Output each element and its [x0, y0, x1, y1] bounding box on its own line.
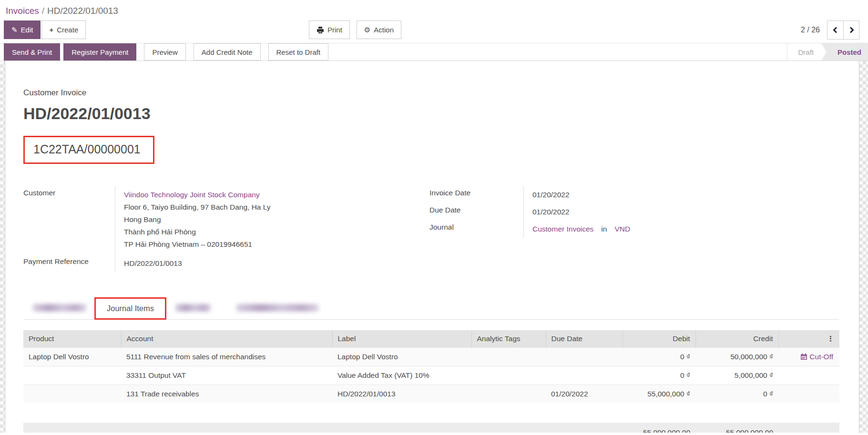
tab-blurred-1[interactable]	[27, 297, 92, 318]
breadcrumb-current-record: HD/2022/01/0013	[47, 6, 118, 16]
table-row[interactable]: 131 Trade receivables HD/2022/01/0013 01…	[23, 384, 839, 403]
cell-analytic-tags	[471, 366, 546, 384]
printer-icon	[317, 26, 324, 34]
blurred-label	[175, 304, 211, 312]
payment-reference-label: Payment Reference	[23, 255, 115, 272]
breadcrumb-separator: /	[42, 6, 44, 16]
fields-right-group: Invoice Date 01/20/2022 Due Date 01/20/2…	[429, 186, 839, 272]
customer-link[interactable]: Viindoo Technology Joint Stock Company	[124, 191, 260, 199]
state-draft[interactable]: Draft	[787, 43, 821, 61]
pager-buttons	[827, 20, 859, 40]
cell-account: 5111 Revenue from sales of merchandises	[121, 347, 332, 366]
customer-label: Customer	[23, 186, 115, 255]
column-header-product[interactable]: Product	[23, 330, 121, 347]
transparency-checker-left	[0, 61, 5, 433]
cell-product: Laptop Dell Vostro	[23, 347, 121, 366]
status-bar-buttons: Send & Print Register Payment Preview Ad…	[4, 43, 328, 61]
cell-debit: 0 ₫	[623, 366, 695, 384]
blurred-label	[33, 304, 86, 312]
payment-reference-value: HD/2022/01/0013	[115, 255, 429, 272]
cell-label: HD/2022/01/0013	[332, 384, 471, 403]
add-credit-note-button[interactable]: Add Credit Note	[194, 43, 261, 61]
chevron-left-icon	[832, 27, 838, 33]
journal-value: Customer InvoicesinVND	[523, 221, 839, 238]
invoice-fields: Customer Viindoo Technology Joint Stock …	[23, 186, 839, 272]
calendar-icon	[800, 353, 807, 360]
currency-link[interactable]: VND	[614, 225, 630, 233]
cell-analytic-tags	[471, 347, 546, 366]
invoice-form-sheet: Customer Invoice HD/2022/01/0013 1C22TAA…	[5, 61, 859, 433]
preview-button[interactable]: Preview	[144, 43, 185, 61]
pager-next-button[interactable]	[843, 21, 859, 39]
print-button[interactable]: Print	[309, 20, 350, 39]
tab-blurred-3[interactable]	[227, 297, 327, 318]
column-header-due-date[interactable]: Due Date	[546, 330, 623, 347]
table-row[interactable]: 33311 Output VAT Value Added Tax (VAT) 1…	[23, 366, 839, 384]
customer-address-line: TP Hải Phòng Vietnam – 02019946651	[124, 240, 252, 248]
invoice-type-label: Customer Invoice	[23, 88, 839, 98]
pencil-icon: ✎	[11, 25, 18, 34]
due-date-value: 01/20/2022	[523, 203, 839, 221]
cell-due-date	[546, 347, 623, 366]
state-posted-active[interactable]: Posted	[821, 43, 868, 61]
fields-left-group: Customer Viindoo Technology Joint Stock …	[23, 186, 429, 272]
column-header-credit[interactable]: Credit	[695, 330, 778, 347]
cell-debit: 55,000,000 ₫	[623, 384, 695, 403]
journal-label: Journal	[429, 221, 523, 238]
journal-items-table: Product Account Label Analytic Tags Due …	[23, 330, 839, 403]
tab-journal-items: Journal Items	[107, 304, 154, 313]
register-payment-button[interactable]: Register Payment	[63, 43, 136, 61]
breadcrumb: Invoices/HD/2022/01/0013	[0, 0, 868, 16]
pager-previous-button[interactable]	[827, 21, 843, 39]
tax-invoice-number: 1C22TAA/00000001	[33, 142, 141, 156]
table-row[interactable]: Laptop Dell Vostro 5111 Revenue from sal…	[23, 347, 839, 366]
journal-link[interactable]: Customer Invoices	[532, 225, 593, 233]
customer-value: Viindoo Technology Joint Stock Company F…	[115, 186, 429, 255]
action-button[interactable]: ⚙ Action	[357, 20, 401, 39]
cell-credit: 0 ₫	[695, 384, 778, 403]
cell-label: Value Added Tax (VAT) 10%	[332, 366, 471, 384]
status-bar: Send & Print Register Payment Preview Ad…	[0, 43, 868, 61]
column-header-account[interactable]: Account	[121, 330, 332, 347]
tax-invoice-number-annotation-box: 1C22TAA/00000001	[23, 136, 154, 164]
edit-button[interactable]: ✎ Edit	[4, 20, 41, 39]
create-button[interactable]: + Create	[41, 20, 86, 39]
journal-connector: in	[601, 225, 607, 233]
cell-label: Laptop Dell Vostro	[332, 347, 471, 366]
record-actions: Print ⚙ Action	[309, 20, 401, 39]
transparency-checker-right	[859, 61, 868, 433]
chevron-right-icon	[848, 27, 855, 33]
cell-debit: 0 ₫	[623, 347, 695, 366]
edit-create-group: ✎ Edit + Create	[4, 20, 86, 39]
breadcrumb-invoices-link[interactable]: Invoices	[6, 6, 39, 16]
sheet-area: Customer Invoice HD/2022/01/0013 1C22TAA…	[0, 61, 868, 433]
blurred-label	[236, 304, 318, 312]
cell-credit: 50,000,000 ₫	[695, 347, 778, 366]
notebook-tabs: Journal Items	[23, 296, 839, 320]
gear-icon: ⚙	[364, 25, 370, 34]
invoice-date-value: 01/20/2022	[523, 186, 839, 203]
cell-account: 33311 Output VAT	[121, 366, 332, 384]
pager-counter: 2 / 26	[801, 26, 820, 34]
cell-product	[23, 384, 121, 403]
column-options-icon[interactable]: ⋮	[778, 330, 839, 347]
reset-to-draft-button[interactable]: Reset to Draft	[268, 43, 329, 61]
cell-analytic-tags	[471, 384, 546, 403]
cell-due-date	[546, 366, 623, 384]
totals-row: 55,000,000.00 55,000,000.00	[23, 423, 839, 433]
tab-blurred-2[interactable]	[169, 297, 217, 318]
plus-icon: +	[49, 25, 53, 34]
send-and-print-button[interactable]: Send & Print	[4, 43, 60, 61]
tab-journal-items-annotation-box[interactable]: Journal Items	[94, 297, 166, 320]
column-header-label[interactable]: Label	[332, 330, 471, 347]
pager: 2 / 26	[801, 20, 859, 40]
cut-off-button[interactable]: Cut-Off	[784, 353, 834, 361]
column-header-debit[interactable]: Debit	[623, 330, 695, 347]
total-credit: 55,000,000.00	[695, 423, 778, 433]
cell-credit: 5,000,000 ₫	[695, 366, 778, 384]
due-date-label: Due Date	[429, 203, 523, 221]
customer-address-line: Hong Bang	[124, 215, 161, 223]
cell-due-date: 01/20/2022	[546, 384, 623, 403]
statusbar-states: Draft Posted	[787, 43, 868, 61]
column-header-analytic-tags[interactable]: Analytic Tags	[471, 330, 546, 347]
